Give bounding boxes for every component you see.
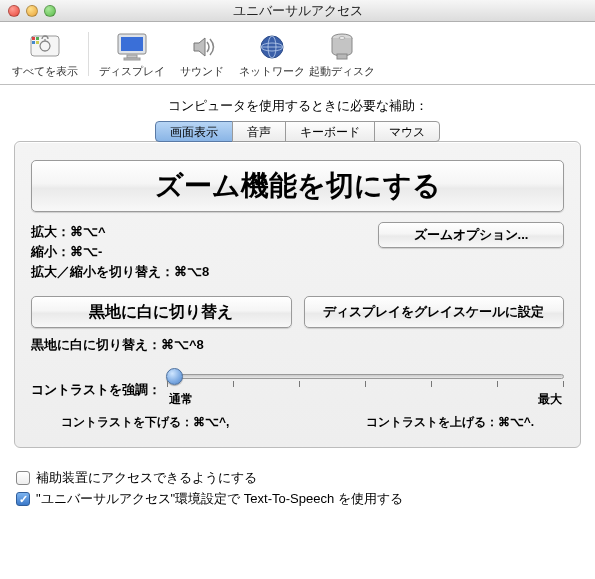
svg-rect-2 [36,37,39,40]
seeing-panel: ズーム機能を切にする 拡大：⌘⌥^ 縮小：⌘⌥- 拡大／縮小を切り替え：⌘⌥8 … [14,141,581,448]
zoom-shortcuts: 拡大：⌘⌥^ 縮小：⌘⌥- 拡大／縮小を切り替え：⌘⌥8 [31,222,209,282]
tts-checkbox[interactable] [16,492,30,506]
toolbar: すべてを表示 ディスプレイ サウンド [0,22,595,85]
tab-bar: 画面表示 音声 キーボード マウス [0,121,595,142]
tab-mouse[interactable]: マウス [374,121,440,142]
toolbar-network-label: ネットワーク [239,64,305,79]
assistive-checkbox[interactable] [16,471,30,485]
toolbar-startup[interactable]: 起動ディスク [307,30,377,79]
tab-seeing[interactable]: 画面表示 [155,121,233,142]
tab-keyboard[interactable]: キーボード [285,121,375,142]
svg-rect-3 [32,41,35,44]
window-title: ユニバーサルアクセス [0,2,595,20]
panel-heading: コンピュータを使用するときに必要な補助： [0,97,595,115]
toolbar-sound[interactable]: サウンド [167,30,237,79]
contrast-label: コントラストを強調： [31,381,161,399]
toolbar-network[interactable]: ネットワーク [237,30,307,79]
network-icon [255,30,289,64]
assistive-label: 補助装置にアクセスできるようにする [36,469,257,487]
svg-rect-6 [121,37,143,51]
svg-point-14 [339,36,345,39]
tts-label: "ユニバーサルアクセス"環境設定で Text-To-Speech を使用する [36,490,403,508]
tab-hearing[interactable]: 音声 [232,121,286,142]
toolbar-display[interactable]: ディスプレイ [97,30,167,79]
toolbar-separator [88,32,89,76]
zoom-out-shortcut: 縮小：⌘⌥- [31,242,209,262]
invert-colors-button[interactable]: 黒地に白に切り替え [31,296,292,328]
zoom-toggle-button[interactable]: ズーム機能を切にする [31,160,564,212]
footer: 補助装置にアクセスできるようにする "ユニバーサルアクセス"環境設定で Text… [0,460,595,517]
contrast-slider[interactable]: 通常 最大 [167,372,564,408]
svg-rect-1 [32,37,35,40]
invert-shortcut: 黒地に白に切り替え：⌘⌥^8 [31,336,564,354]
zoom-toggle-shortcut: 拡大／縮小を切り替え：⌘⌥8 [31,262,209,282]
zoom-in-shortcut: 拡大：⌘⌥^ [31,222,209,242]
contrast-increase-shortcut: コントラストを上げる：⌘⌥^. [366,414,534,431]
titlebar: ユニバーサルアクセス [0,0,595,22]
toolbar-display-label: ディスプレイ [99,64,165,79]
sound-icon [185,30,219,64]
svg-rect-4 [36,41,39,44]
toolbar-sound-label: サウンド [180,64,224,79]
contrast-max: 最大 [538,391,562,408]
showall-icon [28,30,62,64]
display-icon [115,30,149,64]
zoom-options-button[interactable]: ズームオプション... [378,222,564,248]
grayscale-button[interactable]: ディスプレイをグレイスケールに設定 [304,296,565,328]
toolbar-showall-label: すべてを表示 [12,64,78,79]
toolbar-showall[interactable]: すべてを表示 [10,30,80,79]
startup-disk-icon [325,30,359,64]
toolbar-startup-label: 起動ディスク [309,64,375,79]
contrast-decrease-shortcut: コントラストを下げる：⌘⌥^, [61,414,229,431]
contrast-min: 通常 [169,391,193,408]
svg-rect-8 [124,58,140,60]
svg-rect-15 [337,54,347,59]
